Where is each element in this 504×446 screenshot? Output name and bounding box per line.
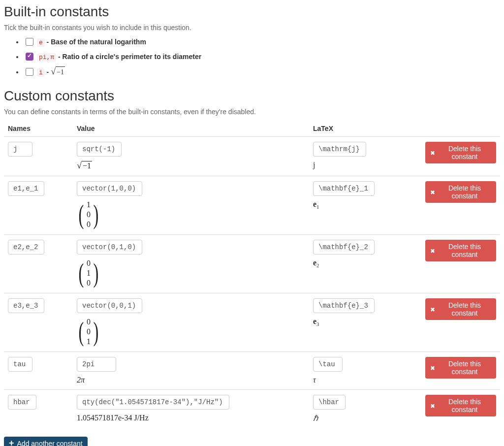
add-constant-label: Add another constant [17, 440, 83, 446]
delete-constant-label: Delete this constant [438, 184, 491, 200]
latex-input[interactable] [313, 181, 375, 196]
builtin-checkbox[interactable] [26, 38, 33, 46]
builtin-list: e - Base of the natural logarithm pi,π -… [4, 36, 500, 78]
value-rendered: (001) [77, 317, 305, 347]
table-row: 1.054571817e-34 J/HzℏDelete this constan… [4, 390, 500, 428]
builtin-desc: - [45, 68, 51, 76]
value-input[interactable] [77, 395, 229, 410]
delete-constant-button[interactable]: Delete this constant [425, 357, 496, 379]
delete-constant-label: Delete this constant [438, 243, 491, 258]
builtin-code-chip: e [37, 38, 45, 47]
vector-render: (001) [77, 317, 100, 347]
custom-constants-tbody: √−1jDelete this constant(100)e1Delete th… [4, 137, 500, 428]
latex-rendered: ℏ [313, 414, 417, 423]
latex-input[interactable] [313, 142, 366, 157]
value-rendered: 1.054571817e-34 J/Hz [77, 414, 305, 422]
delete-constant-button[interactable]: Delete this constant [425, 298, 496, 320]
value-input[interactable] [77, 357, 116, 372]
delete-constant-label: Delete this constant [438, 145, 491, 160]
value-rendered: √−1 [77, 160, 305, 171]
builtin-checkbox[interactable] [26, 53, 33, 61]
builtin-hint: Tick the built-in constants you wish to … [4, 24, 500, 32]
value-input[interactable] [77, 298, 142, 313]
names-input[interactable] [8, 240, 44, 255]
builtin-item: e - Base of the natural logarithm [24, 36, 500, 48]
delete-constant-label: Delete this constant [438, 398, 491, 414]
builtin-code-chip: pi,π [37, 53, 56, 62]
value-input[interactable] [77, 142, 122, 157]
value-rendered: (010) [77, 258, 305, 288]
names-input[interactable] [8, 357, 32, 372]
table-row: √−1jDelete this constant [4, 137, 500, 176]
vector-render: (010) [77, 258, 100, 288]
custom-heading: Custom constants [4, 88, 500, 104]
builtin-desc: - Base of the natural logarithm [45, 38, 146, 46]
value-input[interactable] [77, 240, 142, 255]
latex-rendered: e1 [313, 200, 417, 210]
names-input[interactable] [8, 181, 44, 196]
add-constant-button[interactable]: Add another constant [4, 437, 88, 446]
value-input[interactable] [77, 181, 142, 196]
latex-input[interactable] [313, 395, 346, 410]
builtin-desc: - Ratio of a circle's perimeter to its d… [56, 53, 201, 61]
latex-input[interactable] [313, 298, 375, 313]
names-input[interactable] [8, 142, 32, 157]
latex-rendered: τ [313, 376, 417, 384]
table-row: 2πτDelete this constant [4, 352, 500, 390]
delete-constant-button[interactable]: Delete this constant [425, 142, 496, 163]
custom-hint: You can define constants in terms of the… [4, 108, 500, 116]
custom-constants-table: Names Value LaTeX √−1jDelete this consta… [4, 121, 500, 428]
names-input[interactable] [8, 298, 44, 313]
delete-constant-label: Delete this constant [438, 301, 491, 317]
vector-render: (100) [77, 200, 100, 229]
delete-constant-button[interactable]: Delete this constant [425, 181, 496, 203]
value-rendered: 2π [77, 376, 305, 384]
builtin-item: pi,π - Ratio of a circle's perimeter to … [24, 51, 500, 63]
col-header-latex: LaTeX [309, 121, 421, 137]
close-icon [430, 149, 435, 157]
col-header-names: Names [4, 121, 73, 137]
latex-input[interactable] [313, 357, 343, 372]
delete-constant-button[interactable]: Delete this constant [425, 240, 496, 261]
table-row: (001)e3Delete this constant [4, 293, 500, 352]
sqrt-neg1: √−1 [51, 66, 65, 78]
builtin-checkbox[interactable] [26, 68, 33, 76]
builtin-code-chip: i [37, 68, 45, 77]
latex-rendered: j [313, 160, 417, 169]
table-row: (010)e2Delete this constant [4, 235, 500, 293]
close-icon [430, 305, 435, 313]
names-input[interactable] [8, 395, 36, 410]
delete-constant-label: Delete this constant [438, 360, 491, 376]
value-rendered: (100) [77, 200, 305, 229]
close-icon [430, 247, 435, 255]
latex-rendered: e3 [313, 317, 417, 327]
close-icon [430, 188, 435, 196]
close-icon [430, 402, 435, 410]
latex-input[interactable] [313, 240, 375, 255]
table-row: (100)e1Delete this constant [4, 176, 500, 235]
plus-icon [9, 440, 14, 446]
latex-rendered: e2 [313, 258, 417, 268]
builtin-item: i - √−1 [24, 66, 500, 78]
col-header-value: Value [73, 121, 309, 137]
delete-constant-button[interactable]: Delete this constant [425, 395, 496, 416]
close-icon [430, 364, 435, 372]
builtin-heading: Built-in constants [4, 4, 500, 20]
